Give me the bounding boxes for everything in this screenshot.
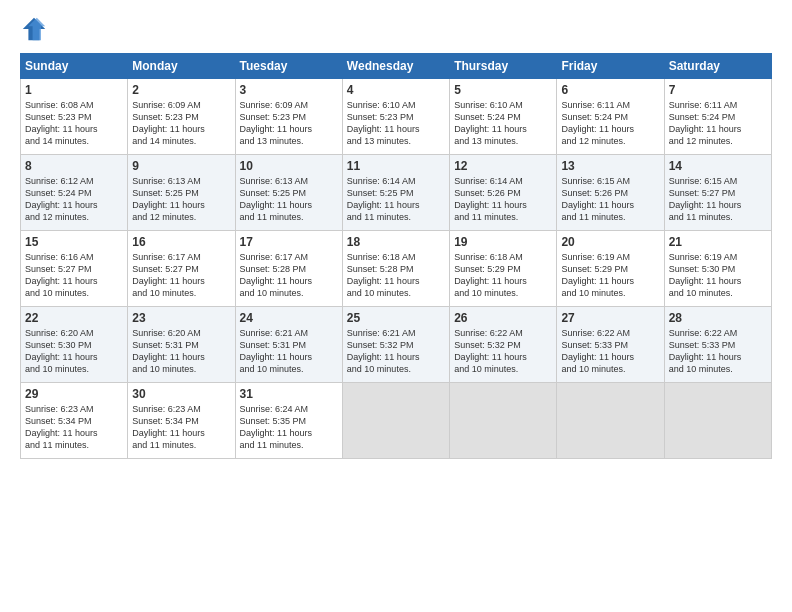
cell-w4-d6: 27Sunrise: 6:22 AM Sunset: 5:33 PM Dayli… — [557, 307, 664, 383]
cell-w3-d5: 19Sunrise: 6:18 AM Sunset: 5:29 PM Dayli… — [450, 231, 557, 307]
day-info: Sunrise: 6:24 AM Sunset: 5:35 PM Dayligh… — [240, 403, 338, 452]
day-info: Sunrise: 6:11 AM Sunset: 5:24 PM Dayligh… — [561, 99, 659, 148]
day-info: Sunrise: 6:14 AM Sunset: 5:26 PM Dayligh… — [454, 175, 552, 224]
col-header-sunday: Sunday — [21, 54, 128, 79]
col-header-thursday: Thursday — [450, 54, 557, 79]
cell-w2-d4: 11Sunrise: 6:14 AM Sunset: 5:25 PM Dayli… — [342, 155, 449, 231]
day-number: 29 — [25, 387, 123, 401]
cell-w4-d5: 26Sunrise: 6:22 AM Sunset: 5:32 PM Dayli… — [450, 307, 557, 383]
cell-w1-d2: 2Sunrise: 6:09 AM Sunset: 5:23 PM Daylig… — [128, 79, 235, 155]
cell-w3-d2: 16Sunrise: 6:17 AM Sunset: 5:27 PM Dayli… — [128, 231, 235, 307]
cell-w5-d7 — [664, 383, 771, 459]
week-row-1: 1Sunrise: 6:08 AM Sunset: 5:23 PM Daylig… — [21, 79, 772, 155]
cell-w2-d2: 9Sunrise: 6:13 AM Sunset: 5:25 PM Daylig… — [128, 155, 235, 231]
cell-w5-d5 — [450, 383, 557, 459]
cell-w1-d3: 3Sunrise: 6:09 AM Sunset: 5:23 PM Daylig… — [235, 79, 342, 155]
day-number: 11 — [347, 159, 445, 173]
cell-w4-d2: 23Sunrise: 6:20 AM Sunset: 5:31 PM Dayli… — [128, 307, 235, 383]
cell-w1-d6: 6Sunrise: 6:11 AM Sunset: 5:24 PM Daylig… — [557, 79, 664, 155]
day-info: Sunrise: 6:23 AM Sunset: 5:34 PM Dayligh… — [25, 403, 123, 452]
week-row-4: 22Sunrise: 6:20 AM Sunset: 5:30 PM Dayli… — [21, 307, 772, 383]
day-info: Sunrise: 6:11 AM Sunset: 5:24 PM Dayligh… — [669, 99, 767, 148]
day-info: Sunrise: 6:20 AM Sunset: 5:30 PM Dayligh… — [25, 327, 123, 376]
col-header-wednesday: Wednesday — [342, 54, 449, 79]
day-number: 5 — [454, 83, 552, 97]
day-info: Sunrise: 6:23 AM Sunset: 5:34 PM Dayligh… — [132, 403, 230, 452]
day-number: 25 — [347, 311, 445, 325]
day-info: Sunrise: 6:19 AM Sunset: 5:30 PM Dayligh… — [669, 251, 767, 300]
cell-w2-d7: 14Sunrise: 6:15 AM Sunset: 5:27 PM Dayli… — [664, 155, 771, 231]
cell-w4-d4: 25Sunrise: 6:21 AM Sunset: 5:32 PM Dayli… — [342, 307, 449, 383]
day-info: Sunrise: 6:16 AM Sunset: 5:27 PM Dayligh… — [25, 251, 123, 300]
day-number: 15 — [25, 235, 123, 249]
day-number: 4 — [347, 83, 445, 97]
week-row-5: 29Sunrise: 6:23 AM Sunset: 5:34 PM Dayli… — [21, 383, 772, 459]
day-number: 14 — [669, 159, 767, 173]
day-info: Sunrise: 6:10 AM Sunset: 5:24 PM Dayligh… — [454, 99, 552, 148]
col-header-tuesday: Tuesday — [235, 54, 342, 79]
cell-w2-d6: 13Sunrise: 6:15 AM Sunset: 5:26 PM Dayli… — [557, 155, 664, 231]
day-info: Sunrise: 6:20 AM Sunset: 5:31 PM Dayligh… — [132, 327, 230, 376]
day-number: 3 — [240, 83, 338, 97]
day-info: Sunrise: 6:19 AM Sunset: 5:29 PM Dayligh… — [561, 251, 659, 300]
page: SundayMondayTuesdayWednesdayThursdayFrid… — [0, 0, 792, 612]
day-info: Sunrise: 6:18 AM Sunset: 5:28 PM Dayligh… — [347, 251, 445, 300]
cell-w3-d7: 21Sunrise: 6:19 AM Sunset: 5:30 PM Dayli… — [664, 231, 771, 307]
day-number: 18 — [347, 235, 445, 249]
day-info: Sunrise: 6:22 AM Sunset: 5:33 PM Dayligh… — [561, 327, 659, 376]
week-row-2: 8Sunrise: 6:12 AM Sunset: 5:24 PM Daylig… — [21, 155, 772, 231]
cell-w4-d1: 22Sunrise: 6:20 AM Sunset: 5:30 PM Dayli… — [21, 307, 128, 383]
cell-w5-d2: 30Sunrise: 6:23 AM Sunset: 5:34 PM Dayli… — [128, 383, 235, 459]
cell-w5-d4 — [342, 383, 449, 459]
day-number: 19 — [454, 235, 552, 249]
day-info: Sunrise: 6:15 AM Sunset: 5:27 PM Dayligh… — [669, 175, 767, 224]
day-info: Sunrise: 6:13 AM Sunset: 5:25 PM Dayligh… — [240, 175, 338, 224]
day-number: 23 — [132, 311, 230, 325]
day-number: 10 — [240, 159, 338, 173]
day-number: 28 — [669, 311, 767, 325]
day-info: Sunrise: 6:13 AM Sunset: 5:25 PM Dayligh… — [132, 175, 230, 224]
logo-icon — [20, 15, 48, 43]
cell-w2-d1: 8Sunrise: 6:12 AM Sunset: 5:24 PM Daylig… — [21, 155, 128, 231]
day-number: 26 — [454, 311, 552, 325]
day-info: Sunrise: 6:17 AM Sunset: 5:27 PM Dayligh… — [132, 251, 230, 300]
day-number: 20 — [561, 235, 659, 249]
week-row-3: 15Sunrise: 6:16 AM Sunset: 5:27 PM Dayli… — [21, 231, 772, 307]
cell-w1-d1: 1Sunrise: 6:08 AM Sunset: 5:23 PM Daylig… — [21, 79, 128, 155]
day-number: 1 — [25, 83, 123, 97]
day-number: 17 — [240, 235, 338, 249]
day-number: 8 — [25, 159, 123, 173]
logo — [20, 15, 52, 43]
cell-w3-d1: 15Sunrise: 6:16 AM Sunset: 5:27 PM Dayli… — [21, 231, 128, 307]
cell-w5-d1: 29Sunrise: 6:23 AM Sunset: 5:34 PM Dayli… — [21, 383, 128, 459]
header-row: SundayMondayTuesdayWednesdayThursdayFrid… — [21, 54, 772, 79]
cell-w3-d4: 18Sunrise: 6:18 AM Sunset: 5:28 PM Dayli… — [342, 231, 449, 307]
day-info: Sunrise: 6:22 AM Sunset: 5:33 PM Dayligh… — [669, 327, 767, 376]
col-header-friday: Friday — [557, 54, 664, 79]
header — [20, 15, 772, 43]
day-info: Sunrise: 6:09 AM Sunset: 5:23 PM Dayligh… — [240, 99, 338, 148]
cell-w5-d6 — [557, 383, 664, 459]
cell-w1-d5: 5Sunrise: 6:10 AM Sunset: 5:24 PM Daylig… — [450, 79, 557, 155]
day-info: Sunrise: 6:08 AM Sunset: 5:23 PM Dayligh… — [25, 99, 123, 148]
day-info: Sunrise: 6:22 AM Sunset: 5:32 PM Dayligh… — [454, 327, 552, 376]
day-number: 24 — [240, 311, 338, 325]
day-number: 21 — [669, 235, 767, 249]
day-info: Sunrise: 6:15 AM Sunset: 5:26 PM Dayligh… — [561, 175, 659, 224]
cell-w1-d7: 7Sunrise: 6:11 AM Sunset: 5:24 PM Daylig… — [664, 79, 771, 155]
cell-w4-d3: 24Sunrise: 6:21 AM Sunset: 5:31 PM Dayli… — [235, 307, 342, 383]
day-number: 31 — [240, 387, 338, 401]
col-header-saturday: Saturday — [664, 54, 771, 79]
cell-w3-d6: 20Sunrise: 6:19 AM Sunset: 5:29 PM Dayli… — [557, 231, 664, 307]
cell-w2-d3: 10Sunrise: 6:13 AM Sunset: 5:25 PM Dayli… — [235, 155, 342, 231]
day-info: Sunrise: 6:21 AM Sunset: 5:32 PM Dayligh… — [347, 327, 445, 376]
day-info: Sunrise: 6:14 AM Sunset: 5:25 PM Dayligh… — [347, 175, 445, 224]
cell-w5-d3: 31Sunrise: 6:24 AM Sunset: 5:35 PM Dayli… — [235, 383, 342, 459]
day-number: 27 — [561, 311, 659, 325]
day-number: 2 — [132, 83, 230, 97]
col-header-monday: Monday — [128, 54, 235, 79]
day-number: 6 — [561, 83, 659, 97]
day-number: 12 — [454, 159, 552, 173]
day-info: Sunrise: 6:09 AM Sunset: 5:23 PM Dayligh… — [132, 99, 230, 148]
cell-w3-d3: 17Sunrise: 6:17 AM Sunset: 5:28 PM Dayli… — [235, 231, 342, 307]
